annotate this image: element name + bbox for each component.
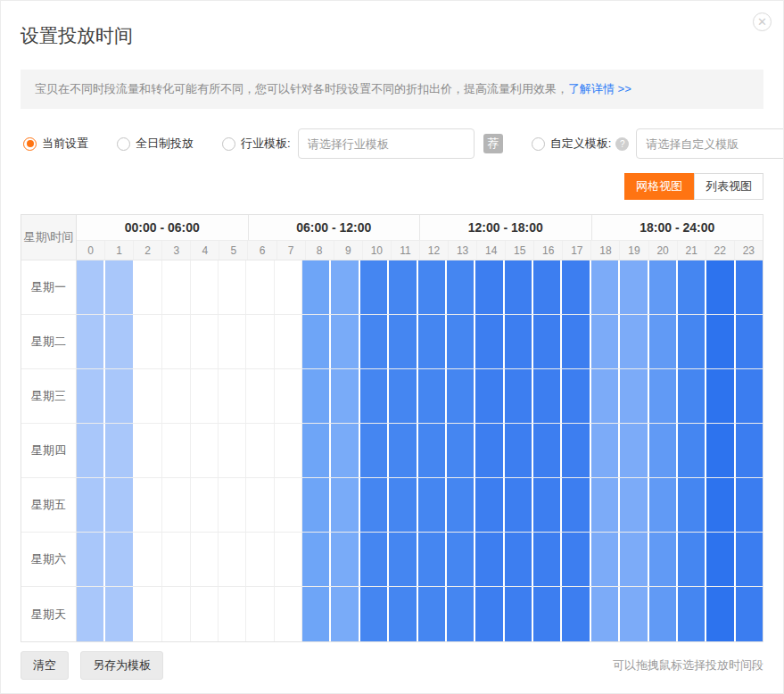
hour-header-22[interactable]: 22 — [706, 241, 735, 260]
grid-cell-d6-h22[interactable] — [706, 587, 735, 641]
grid-cell-d3-h0[interactable] — [77, 424, 105, 477]
grid-cell-d2-h18[interactable] — [591, 369, 620, 423]
grid-cell-d4-h2[interactable] — [135, 478, 162, 532]
day-label-5[interactable]: 星期六 — [21, 533, 77, 586]
grid-cell-d1-h18[interactable] — [591, 315, 620, 368]
grid-cell-d6-h19[interactable] — [620, 587, 648, 641]
grid-cell-d2-h3[interactable] — [162, 369, 190, 423]
radio-fullday[interactable]: 全日制投放 — [117, 136, 194, 152]
grid-cell-d3-h16[interactable] — [533, 424, 562, 477]
grid-cell-d6-h2[interactable] — [135, 587, 162, 641]
hour-header-9[interactable]: 9 — [334, 241, 363, 260]
grid-cell-d1-h7[interactable] — [275, 315, 302, 368]
grid-cell-d5-h16[interactable] — [533, 533, 562, 586]
day-label-0[interactable]: 星期一 — [21, 260, 77, 314]
grid-cell-d0-h19[interactable] — [620, 260, 648, 314]
grid-cell-d2-h11[interactable] — [389, 369, 417, 423]
grid-cell-d1-h12[interactable] — [418, 315, 447, 368]
grid-cell-d3-h5[interactable] — [219, 424, 246, 477]
hour-header-6[interactable]: 6 — [248, 241, 276, 260]
grid-cell-d3-h13[interactable] — [447, 424, 475, 477]
grid-cell-d0-h23[interactable] — [736, 260, 763, 314]
grid-cell-d4-h22[interactable] — [706, 478, 735, 532]
grid-cell-d3-h23[interactable] — [736, 424, 763, 477]
grid-cell-d2-h10[interactable] — [360, 369, 389, 423]
grid-cell-d6-h12[interactable] — [418, 587, 447, 641]
hour-header-23[interactable]: 23 — [735, 241, 763, 260]
grid-cell-d4-h13[interactable] — [447, 478, 475, 532]
grid-cell-d2-h7[interactable] — [275, 369, 302, 423]
grid-view-button[interactable]: 网格视图 — [624, 173, 694, 200]
grid-cell-d0-h14[interactable] — [475, 260, 504, 314]
hour-header-18[interactable]: 18 — [591, 241, 620, 260]
grid-cell-d5-h11[interactable] — [389, 533, 417, 586]
grid-cell-d1-h17[interactable] — [562, 315, 590, 368]
grid-cell-d5-h20[interactable] — [649, 533, 678, 586]
grid-cell-d5-h9[interactable] — [331, 533, 359, 586]
grid-cell-d6-h17[interactable] — [562, 587, 590, 641]
grid-cell-d4-h8[interactable] — [302, 478, 331, 532]
grid-cell-d2-h21[interactable] — [678, 369, 706, 423]
grid-cell-d1-h15[interactable] — [505, 315, 533, 368]
grid-cell-d0-h9[interactable] — [331, 260, 359, 314]
close-icon[interactable]: ✕ — [753, 12, 772, 31]
grid-cell-d6-h1[interactable] — [105, 587, 134, 641]
hour-header-17[interactable]: 17 — [563, 241, 591, 260]
clear-button[interactable]: 清空 — [21, 651, 69, 680]
day-label-3[interactable]: 星期四 — [21, 424, 77, 477]
grid-cell-d0-h17[interactable] — [562, 260, 590, 314]
grid-cell-d2-h20[interactable] — [649, 369, 678, 423]
grid-cell-d1-h11[interactable] — [389, 315, 417, 368]
grid-cell-d2-h2[interactable] — [135, 369, 162, 423]
grid-cell-d0-h21[interactable] — [678, 260, 706, 314]
grid-cell-d1-h22[interactable] — [706, 315, 735, 368]
grid-cell-d2-h14[interactable] — [475, 369, 504, 423]
grid-cell-d0-h2[interactable] — [135, 260, 162, 314]
grid-cell-d1-h0[interactable] — [77, 315, 105, 368]
grid-cell-d0-h22[interactable] — [706, 260, 735, 314]
grid-cell-d3-h6[interactable] — [246, 424, 274, 477]
grid-cell-d6-h14[interactable] — [475, 587, 504, 641]
hour-header-4[interactable]: 4 — [191, 241, 219, 260]
grid-cell-d1-h16[interactable] — [533, 315, 562, 368]
grid-cell-d0-h13[interactable] — [447, 260, 475, 314]
grid-cell-d4-h9[interactable] — [331, 478, 359, 532]
grid-cell-d3-h11[interactable] — [389, 424, 417, 477]
day-label-1[interactable]: 星期二 — [21, 315, 77, 368]
custom-template-input[interactable] — [636, 128, 784, 159]
grid-cell-d5-h1[interactable] — [105, 533, 134, 586]
grid-cell-d5-h15[interactable] — [505, 533, 533, 586]
grid-cell-d5-h7[interactable] — [275, 533, 302, 586]
grid-cell-d5-h18[interactable] — [591, 533, 620, 586]
day-label-2[interactable]: 星期三 — [21, 369, 77, 423]
grid-cell-d6-h3[interactable] — [162, 587, 190, 641]
grid-cell-d3-h10[interactable] — [360, 424, 389, 477]
grid-cell-d4-h16[interactable] — [533, 478, 562, 532]
grid-cell-d0-h10[interactable] — [360, 260, 389, 314]
grid-cell-d0-h5[interactable] — [219, 260, 246, 314]
hour-header-10[interactable]: 10 — [363, 241, 392, 260]
grid-cell-d6-h13[interactable] — [447, 587, 475, 641]
grid-cell-d4-h14[interactable] — [475, 478, 504, 532]
grid-cell-d2-h1[interactable] — [105, 369, 134, 423]
grid-cell-d4-h4[interactable] — [191, 478, 219, 532]
grid-cell-d3-h3[interactable] — [162, 424, 190, 477]
grid-cell-d3-h1[interactable] — [105, 424, 134, 477]
grid-cell-d6-h4[interactable] — [191, 587, 219, 641]
grid-cell-d3-h15[interactable] — [505, 424, 533, 477]
grid-cell-d4-h21[interactable] — [678, 478, 706, 532]
grid-cell-d3-h2[interactable] — [135, 424, 162, 477]
grid-cell-d6-h16[interactable] — [533, 587, 562, 641]
grid-cell-d6-h6[interactable] — [246, 587, 274, 641]
grid-cell-d5-h21[interactable] — [678, 533, 706, 586]
grid-cell-d3-h12[interactable] — [418, 424, 447, 477]
grid-cell-d5-h3[interactable] — [162, 533, 190, 586]
grid-cell-d1-h13[interactable] — [447, 315, 475, 368]
grid-cell-d5-h5[interactable] — [219, 533, 246, 586]
save-as-template-button[interactable]: 另存为模板 — [80, 651, 163, 680]
grid-cell-d4-h23[interactable] — [736, 478, 763, 532]
grid-cell-d6-h8[interactable] — [302, 587, 331, 641]
industry-template-input[interactable] — [298, 128, 475, 159]
hour-header-14[interactable]: 14 — [477, 241, 506, 260]
grid-cell-d1-h2[interactable] — [135, 315, 162, 368]
